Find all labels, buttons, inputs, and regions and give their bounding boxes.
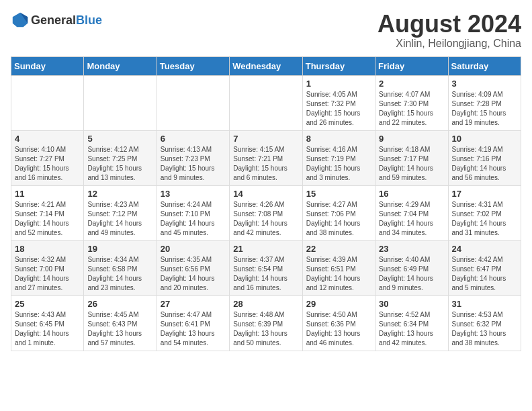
- calendar-cell: 14Sunrise: 4:26 AM Sunset: 7:08 PM Dayli…: [230, 185, 302, 240]
- day-number: 3: [452, 79, 517, 89]
- calendar-cell: 28Sunrise: 4:48 AM Sunset: 6:39 PM Dayli…: [230, 295, 302, 351]
- week-row-5: 25Sunrise: 4:43 AM Sunset: 6:45 PM Dayli…: [11, 295, 521, 351]
- day-number: 2: [379, 79, 444, 89]
- calendar-cell: [84, 75, 157, 130]
- calendar-cell: 29Sunrise: 4:50 AM Sunset: 6:36 PM Dayli…: [302, 295, 375, 351]
- day-info: Sunrise: 4:10 AM Sunset: 7:27 PM Dayligh…: [15, 145, 80, 183]
- day-info: Sunrise: 4:27 AM Sunset: 7:06 PM Dayligh…: [306, 200, 371, 238]
- day-number: 10: [452, 134, 517, 144]
- day-number: 7: [233, 134, 298, 144]
- day-number: 14: [233, 189, 298, 199]
- day-info: Sunrise: 4:09 AM Sunset: 7:28 PM Dayligh…: [452, 90, 517, 128]
- day-info: Sunrise: 4:45 AM Sunset: 6:43 PM Dayligh…: [87, 310, 152, 348]
- calendar-cell: 4Sunrise: 4:10 AM Sunset: 7:27 PM Daylig…: [11, 130, 84, 185]
- day-info: Sunrise: 4:53 AM Sunset: 6:32 PM Dayligh…: [452, 310, 517, 348]
- calendar-cell: 30Sunrise: 4:52 AM Sunset: 6:34 PM Dayli…: [375, 295, 448, 351]
- day-info: Sunrise: 4:16 AM Sunset: 7:19 PM Dayligh…: [306, 145, 371, 183]
- day-number: 23: [379, 244, 444, 254]
- calendar-cell: 25Sunrise: 4:43 AM Sunset: 6:45 PM Dayli…: [11, 295, 84, 351]
- calendar-header: SundayMondayTuesdayWednesdayThursdayFrid…: [11, 56, 521, 75]
- calendar-cell: 6Sunrise: 4:13 AM Sunset: 7:23 PM Daylig…: [157, 130, 229, 185]
- logo: GeneralBlue: [11, 11, 102, 30]
- calendar-cell: 21Sunrise: 4:37 AM Sunset: 6:54 PM Dayli…: [230, 240, 302, 295]
- day-info: Sunrise: 4:24 AM Sunset: 7:10 PM Dayligh…: [161, 200, 226, 238]
- calendar-cell: 9Sunrise: 4:18 AM Sunset: 7:17 PM Daylig…: [375, 130, 448, 185]
- calendar-cell: 31Sunrise: 4:53 AM Sunset: 6:32 PM Dayli…: [448, 295, 521, 351]
- day-number: 26: [87, 299, 152, 309]
- day-info: Sunrise: 4:50 AM Sunset: 6:36 PM Dayligh…: [306, 310, 371, 348]
- calendar-cell: [11, 75, 84, 130]
- day-number: 22: [306, 244, 371, 254]
- logo-general-text: General: [31, 13, 76, 27]
- page-header: GeneralBlue August 2024 Xinlin, Heilongj…: [11, 11, 521, 50]
- day-info: Sunrise: 4:19 AM Sunset: 7:16 PM Dayligh…: [452, 145, 517, 183]
- week-row-2: 4Sunrise: 4:10 AM Sunset: 7:27 PM Daylig…: [11, 130, 521, 185]
- weekday-header-thursday: Thursday: [302, 56, 375, 75]
- day-number: 29: [306, 299, 371, 309]
- weekday-header-wednesday: Wednesday: [230, 56, 302, 75]
- calendar-cell: [157, 75, 229, 130]
- day-info: Sunrise: 4:13 AM Sunset: 7:23 PM Dayligh…: [161, 145, 226, 183]
- day-number: 30: [379, 299, 444, 309]
- day-info: Sunrise: 4:47 AM Sunset: 6:41 PM Dayligh…: [161, 310, 226, 348]
- weekday-header-friday: Friday: [375, 56, 448, 75]
- calendar-cell: 18Sunrise: 4:32 AM Sunset: 7:00 PM Dayli…: [11, 240, 84, 295]
- calendar-cell: 3Sunrise: 4:09 AM Sunset: 7:28 PM Daylig…: [448, 75, 521, 130]
- day-number: 11: [15, 189, 80, 199]
- day-info: Sunrise: 4:37 AM Sunset: 6:54 PM Dayligh…: [233, 255, 298, 293]
- day-info: Sunrise: 4:39 AM Sunset: 6:51 PM Dayligh…: [306, 255, 371, 293]
- day-info: Sunrise: 4:34 AM Sunset: 6:58 PM Dayligh…: [87, 255, 152, 293]
- day-number: 5: [87, 134, 152, 144]
- calendar-cell: 20Sunrise: 4:35 AM Sunset: 6:56 PM Dayli…: [157, 240, 229, 295]
- calendar-cell: 27Sunrise: 4:47 AM Sunset: 6:41 PM Dayli…: [157, 295, 229, 351]
- calendar-cell: 5Sunrise: 4:12 AM Sunset: 7:25 PM Daylig…: [84, 130, 157, 185]
- title-block: August 2024 Xinlin, Heilongjiang, China: [378, 11, 521, 50]
- weekday-header-sunday: Sunday: [11, 56, 84, 75]
- day-info: Sunrise: 4:07 AM Sunset: 7:30 PM Dayligh…: [379, 90, 444, 128]
- weekday-header-monday: Monday: [84, 56, 157, 75]
- weekday-header-row: SundayMondayTuesdayWednesdayThursdayFrid…: [11, 56, 521, 75]
- day-number: 31: [452, 299, 517, 309]
- calendar-cell: 12Sunrise: 4:23 AM Sunset: 7:12 PM Dayli…: [84, 185, 157, 240]
- calendar-cell: 13Sunrise: 4:24 AM Sunset: 7:10 PM Dayli…: [157, 185, 229, 240]
- logo-blue-text: Blue: [76, 13, 102, 27]
- day-number: 19: [87, 244, 152, 254]
- calendar-cell: 2Sunrise: 4:07 AM Sunset: 7:30 PM Daylig…: [375, 75, 448, 130]
- day-number: 18: [15, 244, 80, 254]
- calendar-cell: 8Sunrise: 4:16 AM Sunset: 7:19 PM Daylig…: [302, 130, 375, 185]
- day-info: Sunrise: 4:29 AM Sunset: 7:04 PM Dayligh…: [379, 200, 444, 238]
- day-number: 28: [233, 299, 298, 309]
- day-info: Sunrise: 4:32 AM Sunset: 7:00 PM Dayligh…: [15, 255, 80, 293]
- day-number: 6: [161, 134, 226, 144]
- weekday-header-saturday: Saturday: [448, 56, 521, 75]
- day-info: Sunrise: 4:18 AM Sunset: 7:17 PM Dayligh…: [379, 145, 444, 183]
- calendar-cell: 26Sunrise: 4:45 AM Sunset: 6:43 PM Dayli…: [84, 295, 157, 351]
- calendar-cell: 11Sunrise: 4:21 AM Sunset: 7:14 PM Dayli…: [11, 185, 84, 240]
- day-number: 13: [161, 189, 226, 199]
- day-info: Sunrise: 4:26 AM Sunset: 7:08 PM Dayligh…: [233, 200, 298, 238]
- calendar-cell: 17Sunrise: 4:31 AM Sunset: 7:02 PM Dayli…: [448, 185, 521, 240]
- day-number: 20: [161, 244, 226, 254]
- day-info: Sunrise: 4:31 AM Sunset: 7:02 PM Dayligh…: [452, 200, 517, 238]
- day-number: 17: [452, 189, 517, 199]
- calendar-cell: [230, 75, 302, 130]
- calendar-cell: 10Sunrise: 4:19 AM Sunset: 7:16 PM Dayli…: [448, 130, 521, 185]
- calendar-cell: 7Sunrise: 4:15 AM Sunset: 7:21 PM Daylig…: [230, 130, 302, 185]
- month-year-title: August 2024: [378, 11, 521, 38]
- calendar-cell: 1Sunrise: 4:05 AM Sunset: 7:32 PM Daylig…: [302, 75, 375, 130]
- day-info: Sunrise: 4:15 AM Sunset: 7:21 PM Dayligh…: [233, 145, 298, 183]
- calendar-cell: 19Sunrise: 4:34 AM Sunset: 6:58 PM Dayli…: [84, 240, 157, 295]
- day-info: Sunrise: 4:21 AM Sunset: 7:14 PM Dayligh…: [15, 200, 80, 238]
- logo-icon: [11, 11, 30, 30]
- weekday-header-tuesday: Tuesday: [157, 56, 229, 75]
- week-row-3: 11Sunrise: 4:21 AM Sunset: 7:14 PM Dayli…: [11, 185, 521, 240]
- calendar-cell: 24Sunrise: 4:42 AM Sunset: 6:47 PM Dayli…: [448, 240, 521, 295]
- day-info: Sunrise: 4:05 AM Sunset: 7:32 PM Dayligh…: [306, 90, 371, 128]
- week-row-4: 18Sunrise: 4:32 AM Sunset: 7:00 PM Dayli…: [11, 240, 521, 295]
- calendar-table: SundayMondayTuesdayWednesdayThursdayFrid…: [11, 56, 521, 351]
- calendar-cell: 15Sunrise: 4:27 AM Sunset: 7:06 PM Dayli…: [302, 185, 375, 240]
- calendar-body: 1Sunrise: 4:05 AM Sunset: 7:32 PM Daylig…: [11, 75, 521, 351]
- day-info: Sunrise: 4:40 AM Sunset: 6:49 PM Dayligh…: [379, 255, 444, 293]
- day-number: 24: [452, 244, 517, 254]
- day-info: Sunrise: 4:52 AM Sunset: 6:34 PM Dayligh…: [379, 310, 444, 348]
